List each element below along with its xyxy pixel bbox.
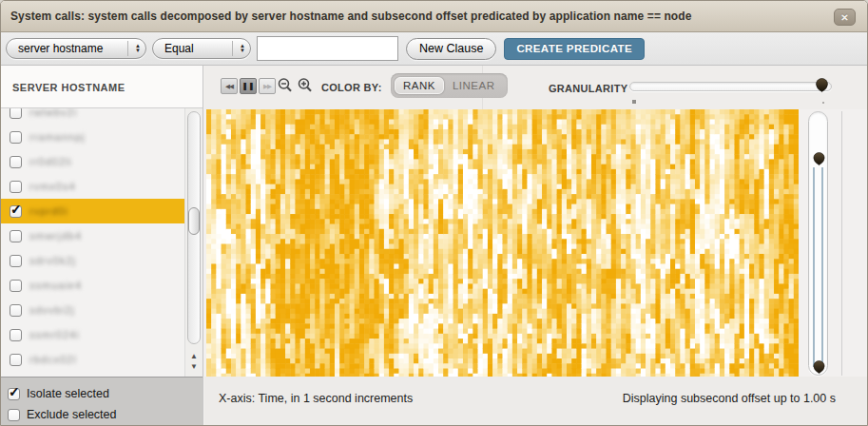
hostname-checkbox[interactable] — [10, 205, 22, 218]
select-stepper-icon: ▲▼ — [232, 41, 245, 56]
hostname-list-scrollbar[interactable]: ▲ ▼ — [184, 108, 203, 377]
range-slider-top-thumb[interactable] — [811, 152, 827, 166]
hostname-label-redacted: rvmx0s4 — [29, 181, 76, 192]
sidebar-footer: Isolate selected Exclude selected — [1, 377, 203, 425]
hostname-checkbox[interactable] — [10, 156, 22, 168]
pause-icon: ❚❚ — [241, 82, 254, 90]
exclude-selected-label: Exclude selected — [27, 408, 117, 421]
hostname-item[interactable]: rvprd0i — [1, 199, 184, 223]
new-clause-button[interactable]: New Clause — [406, 38, 496, 60]
hostname-label-redacted: rwlwbv2i — [29, 108, 77, 118]
field-select[interactable]: server hostname ▲▼ — [6, 38, 146, 59]
hostname-item[interactable]: rbdcx02l — [1, 347, 184, 372]
scrollbar-thumb[interactable] — [188, 207, 200, 235]
close-icon: ✕ — [840, 12, 848, 23]
hostname-item[interactable]: smwrjdb4 — [1, 223, 184, 248]
status-bar: X-axis: Time, in 1 second increments Dis… — [204, 377, 867, 425]
scroll-down-icon[interactable]: ▼ — [190, 363, 198, 371]
hostname-checkbox[interactable] — [10, 255, 22, 267]
color-mode-linear[interactable]: LINEAR — [444, 77, 504, 94]
operator-select-value: Equal — [164, 42, 224, 55]
scrollbar-track[interactable] — [187, 111, 201, 344]
hostname-item[interactable]: rramannpj — [1, 125, 184, 149]
hostname-item[interactable]: sdvvbi2j — [1, 298, 184, 322]
sidebar-header: SERVER HOSTNAME — [1, 66, 203, 108]
hostname-checkbox[interactable] — [10, 354, 22, 366]
slider-tick-right — [822, 102, 824, 104]
close-button[interactable]: ✕ — [834, 9, 856, 26]
isolate-selected-option[interactable]: Isolate selected — [8, 383, 203, 404]
hostname-label-redacted: rbdcx02l — [29, 354, 77, 365]
panel-divider — [841, 111, 842, 376]
exclude-selected-option[interactable]: Exclude selected — [8, 404, 203, 425]
hostname-sidebar: SERVER HOSTNAME rwlwbv2irramannpjrr0d02l… — [1, 66, 203, 425]
predicate-toolbar: server hostname ▲▼ Equal ▲▼ New Clause C… — [1, 32, 867, 66]
hostname-checkbox[interactable] — [10, 329, 22, 341]
range-slider-bottom-thumb[interactable] — [811, 360, 827, 375]
hostname-item[interactable]: rwlwbv2i — [1, 108, 184, 125]
fast-forward-button[interactable]: ▶▶ — [259, 78, 276, 94]
isolate-selected-checkbox[interactable] — [8, 388, 20, 400]
slider-tick-left — [632, 100, 636, 104]
hostname-item[interactable]: rr0d02li — [1, 149, 184, 174]
dialog-title: System calls: system calls decomposed by… — [10, 10, 692, 23]
scroll-up-icon[interactable]: ▲ — [190, 353, 198, 360]
offset-description: Displaying subsecond offset up to 1.00 s — [623, 392, 836, 405]
field-select-value: server hostname — [18, 42, 120, 55]
hostname-label-redacted: rramannpj — [29, 131, 86, 143]
exclude-selected-checkbox[interactable] — [8, 409, 20, 421]
hostname-item[interactable]: ssmuaie4 — [1, 273, 184, 298]
pause-button[interactable]: ❚❚ — [240, 78, 257, 94]
granularity-label: GRANULARITY — [549, 83, 627, 94]
granularity-slider[interactable] — [629, 82, 832, 91]
visualization-panel: ◀◀ ❚❚ ▶▶ COLOR BY: RANK — [204, 66, 867, 425]
hostname-checkbox[interactable] — [10, 131, 22, 144]
hostname-label-redacted: rvprd0i — [29, 205, 68, 217]
create-predicate-button[interactable]: CREATE PREDICATE — [504, 38, 645, 60]
zoom-out-icon[interactable] — [277, 77, 294, 94]
predicate-dialog: System calls: system calls decomposed by… — [0, 0, 868, 426]
hostname-label-redacted: rr0d02li — [29, 156, 72, 167]
hostname-checkbox[interactable] — [10, 181, 22, 193]
rewind-icon: ◀◀ — [225, 83, 233, 90]
hostname-label-redacted: ssmuaie4 — [29, 280, 82, 291]
hostname-label-redacted: ssmr024i — [29, 329, 80, 340]
subsecond-offset-heatmap[interactable] — [206, 109, 799, 378]
xaxis-description: X-axis: Time, in 1 second increments — [219, 392, 413, 405]
visualization-controls: ◀◀ ❚❚ ▶▶ COLOR BY: RANK — [204, 66, 867, 109]
hostname-checkbox[interactable] — [10, 304, 22, 317]
offset-range-slider[interactable] — [808, 111, 828, 376]
hostname-item[interactable]: rvmx0s4 — [1, 174, 184, 199]
operator-select[interactable]: Equal ▲▼ — [152, 38, 251, 59]
fast-forward-icon: ▶▶ — [263, 83, 271, 90]
hostname-list: rwlwbv2irramannpjrr0d02lirvmx0s4rvprd0is… — [1, 108, 184, 377]
color-mode-rank[interactable]: RANK — [395, 77, 444, 94]
hostname-checkbox[interactable] — [10, 280, 22, 292]
hostname-checkbox[interactable] — [10, 108, 22, 119]
hostname-label-redacted: sdvvbi2j — [29, 304, 75, 316]
granularity-slider-thumb[interactable] — [814, 78, 830, 93]
playback-controls: ◀◀ ❚❚ ▶▶ — [221, 78, 276, 94]
hostname-checkbox[interactable] — [10, 230, 22, 242]
new-clause-label: New Clause — [419, 42, 483, 55]
rewind-button[interactable]: ◀◀ — [221, 78, 238, 94]
zoom-in-icon[interactable] — [297, 77, 314, 94]
clause-value-input[interactable] — [257, 36, 398, 61]
color-by-label: COLOR BY: — [321, 82, 382, 93]
color-mode-toggle: RANK LINEAR — [391, 73, 508, 98]
hostname-item[interactable]: ssmr024i — [1, 322, 184, 347]
isolate-selected-label: Isolate selected — [27, 387, 109, 400]
title-bar: System calls: system calls decomposed by… — [1, 1, 867, 32]
hostname-label-redacted: smwrjdb4 — [29, 230, 82, 242]
hostname-item[interactable]: sdrv0k2j — [1, 248, 184, 273]
hostname-label-redacted: sdrv0k2j — [29, 255, 76, 266]
create-predicate-label: CREATE PREDICATE — [516, 43, 632, 54]
offset-range-selection — [813, 167, 823, 367]
select-stepper-icon: ▲▼ — [127, 41, 141, 56]
